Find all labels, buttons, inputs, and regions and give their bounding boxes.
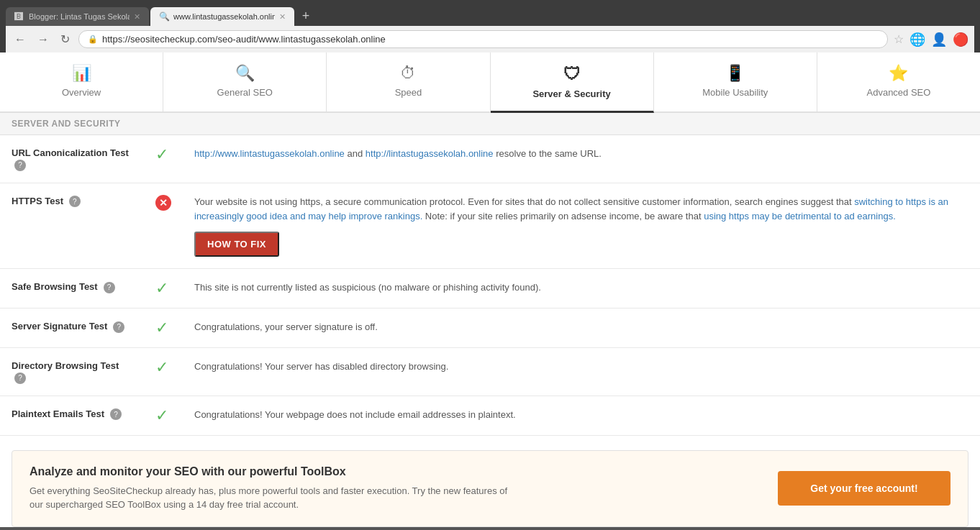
toolbox-section: Analyze and monitor your SEO with our po…	[12, 450, 968, 527]
dir-browsing-name-cell: Directory Browsing Test ?	[0, 348, 144, 396]
dir-browsing-text: Congratulations! Your server has disable…	[194, 361, 448, 372]
chrome-icon: 🌐	[909, 32, 925, 47]
https-fail-icon: ✕	[155, 195, 171, 211]
dir-browsing-test-name: Directory Browsing Test	[12, 360, 119, 371]
toolbox-title: Analyze and monitor your SEO with our po…	[30, 465, 519, 478]
dir-browsing-status: ✓	[144, 348, 183, 396]
https-test-name: HTTPS Test	[12, 196, 63, 206]
url-canon-link1[interactable]: http://www.lintastugassekolah.online	[194, 148, 345, 159]
tab-overview[interactable]: 📊 Overview	[0, 52, 163, 111]
tab-close-1[interactable]: ✕	[134, 12, 140, 22]
safe-browsing-ok-icon: ✓	[155, 279, 168, 297]
server-sig-ok-icon: ✓	[155, 319, 168, 337]
server-sig-status: ✓	[144, 309, 183, 348]
tests-table: URL Canonicalization Test ? ✓ http://www…	[0, 135, 980, 436]
server-security-icon: 🛡	[563, 64, 581, 84]
table-row: URL Canonicalization Test ? ✓ http://www…	[0, 135, 980, 183]
table-row: Plaintext Emails Test ? ✓ Congratulation…	[0, 396, 980, 435]
url-canonicalization-help[interactable]: ?	[14, 160, 26, 171]
back-button[interactable]: ←	[12, 32, 29, 47]
safe-browsing-help[interactable]: ?	[104, 282, 115, 293]
browser-toolbar: ← → ↻ 🔒 https://seositecheckup.com/seo-a…	[6, 26, 974, 52]
get-free-account-button[interactable]: Get your free account!	[778, 471, 950, 506]
browser-tabs: 🅱 Blogger: Lintas Tugas Sekolah - T... ✕…	[6, 6, 974, 26]
reload-button[interactable]: ↻	[58, 31, 73, 47]
tab-mobile-usability[interactable]: 📱 Mobile Usability	[654, 52, 817, 111]
section-header: SERVER AND SECURITY	[0, 113, 980, 135]
tab-general-seo-label: General SEO	[217, 87, 273, 98]
how-to-fix-button[interactable]: HOW TO FIX	[194, 232, 279, 257]
url-canonicalization-status: ✓	[144, 135, 183, 183]
https-name-cell: HTTPS Test ?	[0, 183, 144, 269]
url-canonicalization-test-name: URL Canonicalization Test	[12, 147, 129, 158]
plaintext-text: Congratulations! Your webpage does not i…	[194, 409, 516, 420]
table-row: Server Signature Test ? ✓ Congratulation…	[0, 309, 980, 348]
server-sig-test-name: Server Signature Test	[12, 321, 107, 332]
dir-browsing-ok-icon: ✓	[155, 358, 168, 376]
lock-icon: 🔒	[88, 35, 98, 44]
plaintext-help[interactable]: ?	[110, 408, 122, 420]
address-text: https://seositecheckup.com/seo-audit/www…	[102, 34, 386, 45]
general-seo-icon: 🔍	[235, 64, 255, 83]
safe-browsing-test-name: Safe Browsing Test	[12, 281, 98, 292]
server-sig-result: Congratulations, your server signature i…	[183, 309, 980, 348]
server-sig-name-cell: Server Signature Test ?	[0, 309, 144, 348]
safe-browsing-status: ✓	[144, 269, 183, 309]
address-bar[interactable]: 🔒 https://seositecheckup.com/seo-audit/w…	[78, 30, 888, 48]
bookmark-icon[interactable]: ☆	[894, 32, 904, 46]
server-sig-help[interactable]: ?	[113, 321, 124, 333]
url-canon-link2[interactable]: http://lintastugassekolah.online	[366, 148, 494, 159]
tab-overview-label: Overview	[62, 87, 101, 98]
https-link2[interactable]: using https may be detrimental to ad ear…	[704, 211, 896, 221]
tab-server-security[interactable]: 🛡 Server & Security	[491, 52, 654, 113]
plaintext-name-cell: Plaintext Emails Test ?	[0, 396, 144, 435]
url-canon-end: resolve to the same URL.	[496, 148, 602, 159]
browser-tab-2[interactable]: 🔍 www.lintastugassekolah.online S... ✕	[150, 7, 294, 26]
https-result: Your website is not using https, a secur…	[183, 183, 980, 269]
dir-browsing-result: Congratulations! Your server has disable…	[183, 348, 980, 396]
url-canonicalization-result: http://www.lintastugassekolah.online and…	[183, 135, 980, 183]
toolbox-text-block: Analyze and monitor your SEO with our po…	[30, 465, 519, 512]
plaintext-ok-icon: ✓	[155, 406, 168, 424]
advanced-seo-icon: ⭐	[889, 64, 908, 83]
https-help[interactable]: ?	[69, 196, 81, 207]
tab-favicon-1: 🅱	[14, 12, 24, 22]
tab-speed[interactable]: ⏱ Speed	[327, 52, 490, 111]
overview-icon: 📊	[72, 64, 91, 83]
tab-general-seo[interactable]: 🔍 General SEO	[163, 52, 327, 111]
tab-close-2[interactable]: ✕	[279, 12, 286, 22]
browser-chrome: 🅱 Blogger: Lintas Tugas Sekolah - T... ✕…	[0, 0, 980, 52]
tab-label-2: www.lintastugassekolah.online S...	[173, 12, 275, 21]
speed-icon: ⏱	[400, 64, 416, 83]
table-row: HTTPS Test ? ✕ Your website is not using…	[0, 183, 980, 269]
profile-icon[interactable]: 👤	[931, 32, 947, 47]
safe-browsing-text: This site is not currently listed as sus…	[194, 282, 541, 293]
extension-icon[interactable]: 🔴	[953, 32, 968, 47]
tab-mobile-usability-label: Mobile Usability	[702, 87, 768, 98]
browser-tab-1[interactable]: 🅱 Blogger: Lintas Tugas Sekolah - T... ✕	[6, 7, 149, 26]
https-mid-text: Note: if your site relies primarily on a…	[422, 211, 704, 221]
tab-label-1: Blogger: Lintas Tugas Sekolah - T...	[29, 12, 130, 21]
dir-browsing-help[interactable]: ?	[14, 373, 26, 384]
plaintext-status: ✓	[144, 396, 183, 435]
toolbar-right: ☆ 🌐 👤 🔴	[894, 32, 968, 47]
new-tab-button[interactable]: +	[296, 6, 316, 26]
tab-advanced-seo[interactable]: ⭐ Advanced SEO	[817, 52, 980, 111]
https-main-text: Your website is not using https, a secur…	[194, 196, 854, 207]
table-row: Directory Browsing Test ? ✓ Congratulati…	[0, 348, 980, 396]
tab-advanced-seo-label: Advanced SEO	[867, 87, 931, 98]
toolbox-description: Get everything SeoSiteCheckup already ha…	[30, 484, 519, 512]
tab-favicon-2: 🔍	[159, 12, 169, 22]
tab-speed-label: Speed	[395, 87, 422, 98]
safe-browsing-name-cell: Safe Browsing Test ?	[0, 269, 144, 309]
url-canonicalization-ok-icon: ✓	[155, 145, 168, 163]
tab-server-security-label: Server & Security	[532, 88, 610, 99]
server-sig-text: Congratulations, your server signature i…	[194, 321, 378, 332]
table-row: Safe Browsing Test ? ✓ This site is not …	[0, 269, 980, 309]
plaintext-result: Congratulations! Your webpage does not i…	[183, 396, 980, 435]
https-status: ✕	[144, 183, 183, 269]
url-canon-mid: and	[347, 148, 365, 159]
forward-button[interactable]: →	[35, 32, 52, 47]
safe-browsing-result: This site is not currently listed as sus…	[183, 269, 980, 309]
mobile-usability-icon: 📱	[725, 64, 745, 83]
